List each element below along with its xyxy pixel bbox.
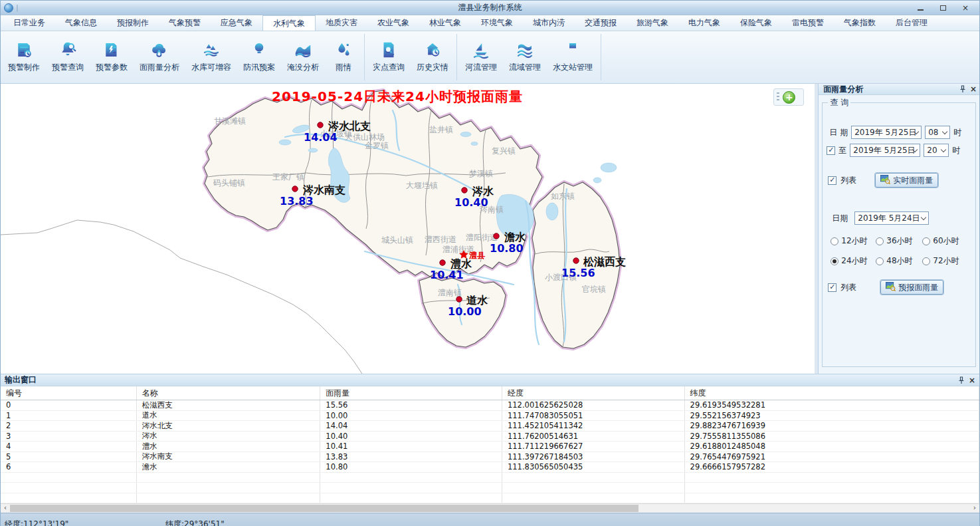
menu-item-tab[interactable]: 旅游气象 <box>627 15 678 31</box>
station-dot[interactable] <box>318 122 323 128</box>
tool-button[interactable]: 水库可增容 <box>185 31 237 83</box>
menu-item-selected[interactable]: 水利气象 <box>262 15 316 31</box>
to-checkbox[interactable] <box>827 146 835 155</box>
warn-query-icon <box>58 40 78 60</box>
start-hour-select[interactable]: 08 <box>925 126 950 139</box>
duration-radio[interactable] <box>876 237 884 245</box>
column-header-3[interactable]: 经度 <box>502 386 685 400</box>
chevron-down-icon <box>941 147 946 152</box>
tool-button[interactable]: 历史灾情 <box>411 31 454 83</box>
table-row[interactable]: 4澧水10.41111.71121966762729.6188012485048 <box>1 442 979 452</box>
forecast-rainfall-button[interactable]: 预报面雨量 <box>880 280 943 295</box>
duration-radio[interactable] <box>922 237 930 245</box>
tool-button[interactable]: 预警参数 <box>90 31 134 83</box>
horizontal-scrollbar[interactable]: ‹ › <box>1 503 979 513</box>
map-mini-toolbar: + <box>773 88 804 106</box>
duration-option[interactable]: 12小时 <box>831 235 876 247</box>
table-row[interactable]: 0松滋西支15.56112.00162562502829.61935495322… <box>1 400 979 411</box>
menu-item-tab[interactable]: 环境气象 <box>471 15 523 31</box>
duration-radio[interactable] <box>831 237 838 245</box>
maximize-button[interactable] <box>937 3 949 13</box>
menu-item-tab[interactable]: 预报制作 <box>107 15 159 31</box>
station-value-label: 10.41 <box>430 269 464 281</box>
table-cell: 涔水北支 <box>137 421 321 431</box>
drag-handle-icon[interactable] <box>777 92 779 102</box>
menu-item-tab[interactable]: 后台管理 <box>886 15 937 31</box>
menu-item-tab[interactable]: 应急气象 <box>211 15 262 31</box>
station-dot[interactable] <box>462 188 467 193</box>
pin-icon[interactable] <box>958 376 965 384</box>
duration-radio[interactable] <box>876 257 884 265</box>
menu-item-tab[interactable]: 保险气象 <box>730 15 782 31</box>
menu-item-tab[interactable]: 气象信息 <box>55 15 107 31</box>
column-header-1[interactable]: 名称 <box>137 386 321 400</box>
station-dot[interactable] <box>292 186 298 192</box>
tool-button[interactable]: 防汛预案 <box>237 31 281 83</box>
station-dot[interactable] <box>573 258 579 263</box>
duration-radio[interactable] <box>922 257 930 265</box>
menu-item-tab[interactable]: 农业气象 <box>367 15 419 31</box>
end-date-select[interactable]: 2019年 5月25日 <box>850 144 920 157</box>
menu-item-tab[interactable]: 城市内涝 <box>523 15 575 31</box>
scroll-left-arrow[interactable]: ‹ <box>1 504 10 513</box>
tool-button[interactable]: 预警查询 <box>46 31 90 83</box>
forecast-date-select[interactable]: 2019年 5月24日 <box>854 211 929 225</box>
tool-button[interactable]: 面雨量分析 <box>134 31 185 83</box>
table-row[interactable]: 2涔水北支14.04111.45210541134229.88234767169… <box>1 421 979 432</box>
hydro-station-icon <box>563 40 583 60</box>
close-button[interactable]: × <box>959 3 971 13</box>
realtime-list-checkbox[interactable] <box>828 176 836 185</box>
duration-option[interactable]: 60小时 <box>922 235 970 247</box>
column-header-0[interactable]: 编号 <box>1 386 137 400</box>
menu-item-tab[interactable]: 地质灾害 <box>316 15 367 31</box>
panel-close-icon[interactable]: × <box>970 86 977 92</box>
tool-button-label: 历史灾情 <box>417 62 448 73</box>
column-header-4[interactable]: 纬度 <box>685 386 979 400</box>
menu-item-tab[interactable]: 交通预报 <box>575 15 627 31</box>
map-chart-icon <box>880 175 890 186</box>
station-dot[interactable] <box>494 233 499 239</box>
pin-icon[interactable] <box>959 85 966 93</box>
menu-item-tab[interactable]: 气象指数 <box>834 15 886 31</box>
table-row[interactable]: 1道水10.00111.74708305505129.552156374923 <box>1 411 979 422</box>
start-date-select[interactable]: 2019年 5月25日 <box>851 126 922 139</box>
duration-radio[interactable] <box>831 257 838 265</box>
station-dot[interactable] <box>440 260 445 265</box>
station-value-label: 10.40 <box>454 196 488 209</box>
duration-label: 48小时 <box>886 255 912 267</box>
tool-button[interactable]: 流域管理 <box>503 31 547 83</box>
station-dot[interactable] <box>456 297 462 302</box>
menu-item-tab[interactable]: 林业气象 <box>419 15 471 31</box>
table-cell: 道水 <box>137 411 321 421</box>
column-header-2[interactable]: 面雨量 <box>320 386 502 400</box>
minimize-button[interactable] <box>914 3 926 13</box>
table-row[interactable]: 3涔水10.40111.7620051463129.7555811355086 <box>1 432 979 442</box>
tool-button[interactable]: 雨情 <box>325 31 362 83</box>
duration-option[interactable]: 72小时 <box>922 255 970 267</box>
duration-option[interactable]: 48小时 <box>876 255 922 267</box>
map-canvas[interactable]: 甘溪滩镇火连坡镇天供山林场金罗镇盐井镇复兴镇梦溪镇码头铺镇王家厂镇大堰垱镇如东镇… <box>1 84 815 374</box>
duration-option[interactable]: 36小时 <box>876 235 922 247</box>
table-cell: 3 <box>1 432 137 442</box>
add-layer-button[interactable]: + <box>783 91 795 104</box>
table-row[interactable]: 5涔水南支13.83111.39726718450329.76544769759… <box>1 452 979 463</box>
tool-button[interactable]: 预警制作 <box>2 31 46 83</box>
menu-item-tab[interactable]: 电力气象 <box>678 15 730 31</box>
menu-item-tab[interactable]: 雷电预警 <box>782 15 834 31</box>
forecast-list-checkbox[interactable] <box>828 283 836 292</box>
table-row[interactable]: 6澹水10.80111.83056505043529.6666157957282 <box>1 462 979 473</box>
menu-item-tab[interactable]: 气象预警 <box>159 15 211 31</box>
output-close-icon[interactable]: × <box>969 377 975 384</box>
menu-item-tab[interactable]: 日常业务 <box>3 15 55 31</box>
tool-button[interactable]: 淹没分析 <box>281 31 325 83</box>
duration-label: 72小时 <box>933 255 959 267</box>
tool-button[interactable]: 河流管理 <box>459 31 503 83</box>
tool-button[interactable]: 水文站管理 <box>547 31 599 83</box>
scroll-right-arrow[interactable]: › <box>970 504 979 513</box>
tool-button[interactable]: 灾点查询 <box>367 31 411 83</box>
duration-option[interactable]: 24小时 <box>831 255 876 267</box>
output-window: 输出窗口 × 编号名称面雨量经度纬度 0松滋西支15.56112.0016256… <box>1 374 979 513</box>
realtime-rainfall-button[interactable]: 实时面雨量 <box>875 173 938 188</box>
scrollbar-thumb[interactable] <box>10 505 638 512</box>
end-hour-select[interactable]: 20 <box>924 144 949 157</box>
